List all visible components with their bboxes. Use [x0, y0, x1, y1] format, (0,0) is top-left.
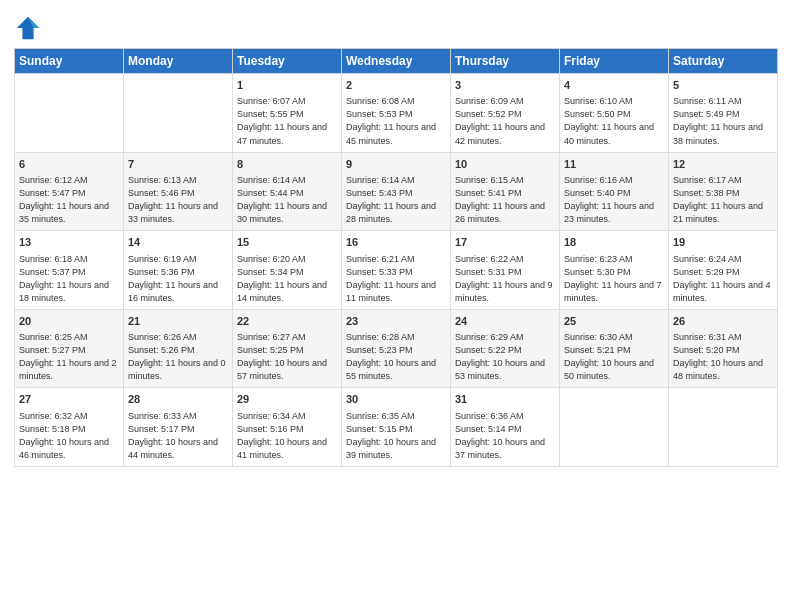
- day-info: Sunrise: 6:31 AM Sunset: 5:20 PM Dayligh…: [673, 331, 773, 383]
- col-header-thursday: Thursday: [451, 49, 560, 74]
- day-info: Sunrise: 6:32 AM Sunset: 5:18 PM Dayligh…: [19, 410, 119, 462]
- day-cell: 13Sunrise: 6:18 AM Sunset: 5:37 PM Dayli…: [15, 231, 124, 310]
- day-info: Sunrise: 6:28 AM Sunset: 5:23 PM Dayligh…: [346, 331, 446, 383]
- day-cell: [124, 74, 233, 153]
- day-number: 31: [455, 392, 555, 407]
- day-cell: 10Sunrise: 6:15 AM Sunset: 5:41 PM Dayli…: [451, 152, 560, 231]
- day-number: 9: [346, 157, 446, 172]
- day-info: Sunrise: 6:21 AM Sunset: 5:33 PM Dayligh…: [346, 253, 446, 305]
- page: SundayMondayTuesdayWednesdayThursdayFrid…: [0, 0, 792, 612]
- day-number: 15: [237, 235, 337, 250]
- day-info: Sunrise: 6:07 AM Sunset: 5:55 PM Dayligh…: [237, 95, 337, 147]
- day-number: 13: [19, 235, 119, 250]
- col-header-friday: Friday: [560, 49, 669, 74]
- week-row-4: 20Sunrise: 6:25 AM Sunset: 5:27 PM Dayli…: [15, 309, 778, 388]
- day-cell: 19Sunrise: 6:24 AM Sunset: 5:29 PM Dayli…: [669, 231, 778, 310]
- day-info: Sunrise: 6:08 AM Sunset: 5:53 PM Dayligh…: [346, 95, 446, 147]
- day-number: 17: [455, 235, 555, 250]
- day-info: Sunrise: 6:27 AM Sunset: 5:25 PM Dayligh…: [237, 331, 337, 383]
- day-cell: 16Sunrise: 6:21 AM Sunset: 5:33 PM Dayli…: [342, 231, 451, 310]
- col-header-tuesday: Tuesday: [233, 49, 342, 74]
- day-cell: 18Sunrise: 6:23 AM Sunset: 5:30 PM Dayli…: [560, 231, 669, 310]
- day-number: 28: [128, 392, 228, 407]
- day-cell: [560, 388, 669, 467]
- day-number: 20: [19, 314, 119, 329]
- day-number: 6: [19, 157, 119, 172]
- day-info: Sunrise: 6:15 AM Sunset: 5:41 PM Dayligh…: [455, 174, 555, 226]
- col-header-sunday: Sunday: [15, 49, 124, 74]
- day-info: Sunrise: 6:19 AM Sunset: 5:36 PM Dayligh…: [128, 253, 228, 305]
- day-cell: [669, 388, 778, 467]
- week-row-1: 1Sunrise: 6:07 AM Sunset: 5:55 PM Daylig…: [15, 74, 778, 153]
- day-number: 27: [19, 392, 119, 407]
- logo: [14, 14, 46, 42]
- day-number: 30: [346, 392, 446, 407]
- day-cell: 20Sunrise: 6:25 AM Sunset: 5:27 PM Dayli…: [15, 309, 124, 388]
- day-number: 22: [237, 314, 337, 329]
- day-cell: 4Sunrise: 6:10 AM Sunset: 5:50 PM Daylig…: [560, 74, 669, 153]
- day-number: 26: [673, 314, 773, 329]
- day-number: 14: [128, 235, 228, 250]
- day-info: Sunrise: 6:09 AM Sunset: 5:52 PM Dayligh…: [455, 95, 555, 147]
- day-number: 1: [237, 78, 337, 93]
- day-cell: 9Sunrise: 6:14 AM Sunset: 5:43 PM Daylig…: [342, 152, 451, 231]
- col-header-monday: Monday: [124, 49, 233, 74]
- day-info: Sunrise: 6:25 AM Sunset: 5:27 PM Dayligh…: [19, 331, 119, 383]
- day-number: 29: [237, 392, 337, 407]
- day-number: 21: [128, 314, 228, 329]
- week-row-2: 6Sunrise: 6:12 AM Sunset: 5:47 PM Daylig…: [15, 152, 778, 231]
- day-number: 11: [564, 157, 664, 172]
- day-info: Sunrise: 6:17 AM Sunset: 5:38 PM Dayligh…: [673, 174, 773, 226]
- day-number: 12: [673, 157, 773, 172]
- day-cell: 23Sunrise: 6:28 AM Sunset: 5:23 PM Dayli…: [342, 309, 451, 388]
- day-cell: [15, 74, 124, 153]
- day-cell: 14Sunrise: 6:19 AM Sunset: 5:36 PM Dayli…: [124, 231, 233, 310]
- day-cell: 8Sunrise: 6:14 AM Sunset: 5:44 PM Daylig…: [233, 152, 342, 231]
- day-number: 23: [346, 314, 446, 329]
- day-info: Sunrise: 6:14 AM Sunset: 5:43 PM Dayligh…: [346, 174, 446, 226]
- day-info: Sunrise: 6:29 AM Sunset: 5:22 PM Dayligh…: [455, 331, 555, 383]
- day-number: 5: [673, 78, 773, 93]
- day-cell: 21Sunrise: 6:26 AM Sunset: 5:26 PM Dayli…: [124, 309, 233, 388]
- day-cell: 22Sunrise: 6:27 AM Sunset: 5:25 PM Dayli…: [233, 309, 342, 388]
- day-cell: 5Sunrise: 6:11 AM Sunset: 5:49 PM Daylig…: [669, 74, 778, 153]
- day-cell: 17Sunrise: 6:22 AM Sunset: 5:31 PM Dayli…: [451, 231, 560, 310]
- day-info: Sunrise: 6:20 AM Sunset: 5:34 PM Dayligh…: [237, 253, 337, 305]
- header: [14, 10, 778, 42]
- day-info: Sunrise: 6:33 AM Sunset: 5:17 PM Dayligh…: [128, 410, 228, 462]
- day-cell: 2Sunrise: 6:08 AM Sunset: 5:53 PM Daylig…: [342, 74, 451, 153]
- day-cell: 3Sunrise: 6:09 AM Sunset: 5:52 PM Daylig…: [451, 74, 560, 153]
- day-number: 4: [564, 78, 664, 93]
- day-info: Sunrise: 6:36 AM Sunset: 5:14 PM Dayligh…: [455, 410, 555, 462]
- day-cell: 27Sunrise: 6:32 AM Sunset: 5:18 PM Dayli…: [15, 388, 124, 467]
- day-info: Sunrise: 6:12 AM Sunset: 5:47 PM Dayligh…: [19, 174, 119, 226]
- col-header-saturday: Saturday: [669, 49, 778, 74]
- day-info: Sunrise: 6:34 AM Sunset: 5:16 PM Dayligh…: [237, 410, 337, 462]
- day-number: 19: [673, 235, 773, 250]
- day-cell: 1Sunrise: 6:07 AM Sunset: 5:55 PM Daylig…: [233, 74, 342, 153]
- day-cell: 24Sunrise: 6:29 AM Sunset: 5:22 PM Dayli…: [451, 309, 560, 388]
- day-number: 3: [455, 78, 555, 93]
- day-info: Sunrise: 6:22 AM Sunset: 5:31 PM Dayligh…: [455, 253, 555, 305]
- day-number: 8: [237, 157, 337, 172]
- calendar-table: SundayMondayTuesdayWednesdayThursdayFrid…: [14, 48, 778, 467]
- day-number: 2: [346, 78, 446, 93]
- day-info: Sunrise: 6:26 AM Sunset: 5:26 PM Dayligh…: [128, 331, 228, 383]
- day-info: Sunrise: 6:24 AM Sunset: 5:29 PM Dayligh…: [673, 253, 773, 305]
- day-info: Sunrise: 6:30 AM Sunset: 5:21 PM Dayligh…: [564, 331, 664, 383]
- day-cell: 28Sunrise: 6:33 AM Sunset: 5:17 PM Dayli…: [124, 388, 233, 467]
- day-cell: 25Sunrise: 6:30 AM Sunset: 5:21 PM Dayli…: [560, 309, 669, 388]
- logo-icon: [14, 14, 42, 42]
- day-info: Sunrise: 6:10 AM Sunset: 5:50 PM Dayligh…: [564, 95, 664, 147]
- day-number: 25: [564, 314, 664, 329]
- day-info: Sunrise: 6:14 AM Sunset: 5:44 PM Dayligh…: [237, 174, 337, 226]
- day-info: Sunrise: 6:13 AM Sunset: 5:46 PM Dayligh…: [128, 174, 228, 226]
- day-cell: 31Sunrise: 6:36 AM Sunset: 5:14 PM Dayli…: [451, 388, 560, 467]
- header-row: SundayMondayTuesdayWednesdayThursdayFrid…: [15, 49, 778, 74]
- week-row-5: 27Sunrise: 6:32 AM Sunset: 5:18 PM Dayli…: [15, 388, 778, 467]
- day-cell: 12Sunrise: 6:17 AM Sunset: 5:38 PM Dayli…: [669, 152, 778, 231]
- day-cell: 7Sunrise: 6:13 AM Sunset: 5:46 PM Daylig…: [124, 152, 233, 231]
- day-info: Sunrise: 6:16 AM Sunset: 5:40 PM Dayligh…: [564, 174, 664, 226]
- col-header-wednesday: Wednesday: [342, 49, 451, 74]
- day-number: 10: [455, 157, 555, 172]
